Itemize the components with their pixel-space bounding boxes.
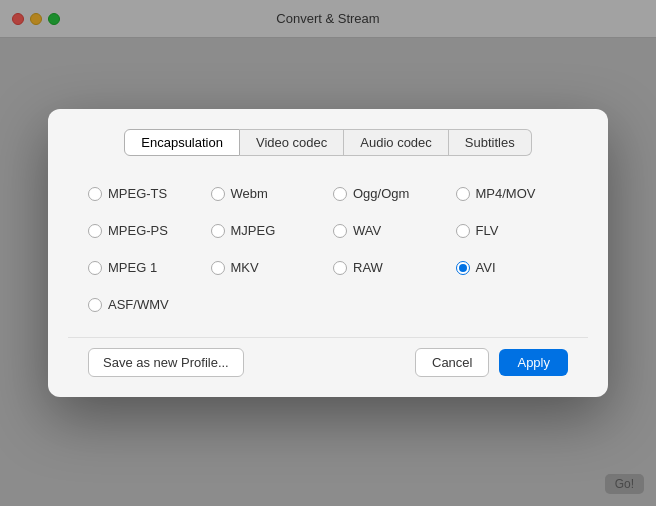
radio-label-raw: RAW xyxy=(353,260,383,275)
save-profile-button[interactable]: Save as new Profile... xyxy=(88,348,244,377)
radio-label-mkv: MKV xyxy=(231,260,259,275)
radio-mpeg1[interactable]: MPEG 1 xyxy=(88,260,201,275)
radio-circle-mpeg-ps xyxy=(88,224,102,238)
radio-circle-mpeg1 xyxy=(88,261,102,275)
radio-raw[interactable]: RAW xyxy=(333,260,446,275)
tab-audio-codec[interactable]: Audio codec xyxy=(344,129,449,156)
radio-wav[interactable]: WAV xyxy=(333,223,446,238)
radio-label-mpeg-ps: MPEG-PS xyxy=(108,223,168,238)
radio-circle-mp4-mov xyxy=(456,187,470,201)
radio-label-avi: AVI xyxy=(476,260,496,275)
radio-mpeg-ps[interactable]: MPEG-PS xyxy=(88,223,201,238)
radio-label-mjpeg: MJPEG xyxy=(231,223,276,238)
radio-webm[interactable]: Webm xyxy=(211,186,324,201)
modal-overlay: Encapsulation Video codec Audio codec Su… xyxy=(0,0,656,506)
radio-circle-flv xyxy=(456,224,470,238)
tab-video-codec[interactable]: Video codec xyxy=(240,129,344,156)
radio-mjpeg[interactable]: MJPEG xyxy=(211,223,324,238)
tab-bar: Encapsulation Video codec Audio codec Su… xyxy=(68,129,588,156)
radio-ogg-ogm[interactable]: Ogg/Ogm xyxy=(333,186,446,201)
radio-circle-mjpeg xyxy=(211,224,225,238)
footer-actions: Cancel Apply xyxy=(415,348,568,377)
radio-mp4-mov[interactable]: MP4/MOV xyxy=(456,186,569,201)
radio-circle-ogg-ogm xyxy=(333,187,347,201)
radio-label-webm: Webm xyxy=(231,186,268,201)
encapsulation-options: MPEG-TS Webm Ogg/Ogm MP4/MOV MPEG-PS MJP xyxy=(68,176,588,332)
radio-label-ogg-ogm: Ogg/Ogm xyxy=(353,186,409,201)
radio-label-flv: FLV xyxy=(476,223,499,238)
radio-circle-mkv xyxy=(211,261,225,275)
radio-circle-avi xyxy=(456,261,470,275)
apply-button[interactable]: Apply xyxy=(499,349,568,376)
radio-avi[interactable]: AVI xyxy=(456,260,569,275)
radio-asf-wmv[interactable]: ASF/WMV xyxy=(88,297,201,312)
radio-mpeg-ts[interactable]: MPEG-TS xyxy=(88,186,201,201)
radio-flv[interactable]: FLV xyxy=(456,223,569,238)
tab-encapsulation[interactable]: Encapsulation xyxy=(124,129,240,156)
radio-label-mpeg1: MPEG 1 xyxy=(108,260,157,275)
radio-circle-webm xyxy=(211,187,225,201)
tab-subtitles[interactable]: Subtitles xyxy=(449,129,532,156)
radio-mkv[interactable]: MKV xyxy=(211,260,324,275)
cancel-button[interactable]: Cancel xyxy=(415,348,489,377)
radio-circle-wav xyxy=(333,224,347,238)
radio-circle-raw xyxy=(333,261,347,275)
dialog: Encapsulation Video codec Audio codec Su… xyxy=(48,109,608,397)
radio-label-mp4-mov: MP4/MOV xyxy=(476,186,536,201)
radio-label-wav: WAV xyxy=(353,223,381,238)
radio-circle-asf-wmv xyxy=(88,298,102,312)
radio-label-asf-wmv: ASF/WMV xyxy=(108,297,169,312)
radio-label-mpeg-ts: MPEG-TS xyxy=(108,186,167,201)
radio-circle-mpeg-ts xyxy=(88,187,102,201)
dialog-footer: Save as new Profile... Cancel Apply xyxy=(68,337,588,377)
